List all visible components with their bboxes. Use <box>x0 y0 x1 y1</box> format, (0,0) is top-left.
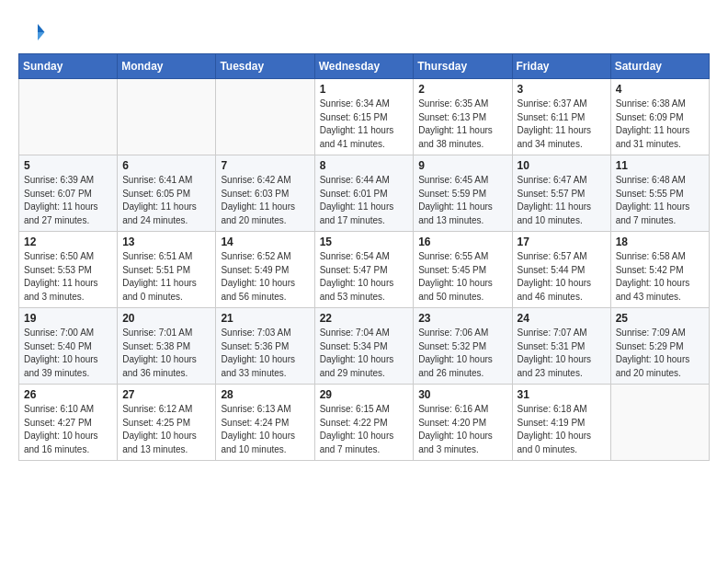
col-header-wednesday: Wednesday <box>314 54 414 79</box>
day-number: 21 <box>221 312 309 325</box>
day-info: Sunrise: 6:13 AM Sunset: 4:24 PM Dayligh… <box>221 403 309 456</box>
day-info: Sunrise: 6:52 AM Sunset: 5:49 PM Dayligh… <box>221 250 309 304</box>
day-number: 4 <box>616 83 704 96</box>
day-number: 31 <box>518 388 606 401</box>
day-info: Sunrise: 6:15 AM Sunset: 4:22 PM Dayligh… <box>320 403 409 456</box>
day-info: Sunrise: 7:00 AM Sunset: 5:40 PM Dayligh… <box>24 327 112 380</box>
day-number: 1 <box>320 83 409 96</box>
week-row-5: 26Sunrise: 6:10 AM Sunset: 4:27 PM Dayli… <box>19 385 710 461</box>
day-info: Sunrise: 6:54 AM Sunset: 5:47 PM Dayligh… <box>320 250 409 304</box>
day-info: Sunrise: 6:39 AM Sunset: 6:07 PM Dayligh… <box>24 174 112 227</box>
day-cell: 20Sunrise: 7:01 AM Sunset: 5:38 PM Dayli… <box>118 308 216 385</box>
day-cell: 28Sunrise: 6:13 AM Sunset: 4:24 PM Dayli… <box>216 385 314 461</box>
day-cell: 31Sunrise: 6:18 AM Sunset: 4:19 PM Dayli… <box>512 385 610 461</box>
day-info: Sunrise: 6:58 AM Sunset: 5:42 PM Dayligh… <box>616 250 704 304</box>
day-number: 28 <box>221 388 309 401</box>
day-number: 14 <box>221 236 309 248</box>
logo <box>18 18 50 46</box>
day-info: Sunrise: 6:42 AM Sunset: 6:03 PM Dayligh… <box>221 174 309 227</box>
day-number: 20 <box>122 312 210 325</box>
day-number: 12 <box>24 236 112 248</box>
day-number: 17 <box>518 236 606 248</box>
day-info: Sunrise: 6:47 AM Sunset: 5:57 PM Dayligh… <box>518 174 606 227</box>
col-header-thursday: Thursday <box>414 54 512 79</box>
day-info: Sunrise: 7:01 AM Sunset: 5:38 PM Dayligh… <box>122 327 210 380</box>
day-info: Sunrise: 6:50 AM Sunset: 5:53 PM Dayligh… <box>24 250 112 304</box>
day-cell: 9Sunrise: 6:45 AM Sunset: 5:59 PM Daylig… <box>414 155 512 232</box>
day-cell: 29Sunrise: 6:15 AM Sunset: 4:22 PM Dayli… <box>314 385 414 461</box>
day-info: Sunrise: 6:16 AM Sunset: 4:20 PM Dayligh… <box>418 403 506 456</box>
day-cell: 8Sunrise: 6:44 AM Sunset: 6:01 PM Daylig… <box>314 155 414 232</box>
day-number: 30 <box>418 388 506 401</box>
day-number: 10 <box>518 159 606 172</box>
day-info: Sunrise: 6:18 AM Sunset: 4:19 PM Dayligh… <box>518 403 606 456</box>
day-info: Sunrise: 6:44 AM Sunset: 6:01 PM Dayligh… <box>320 174 409 227</box>
col-header-monday: Monday <box>118 54 216 79</box>
day-cell <box>216 79 314 155</box>
day-number: 7 <box>221 159 309 172</box>
day-number: 19 <box>24 312 112 325</box>
day-cell <box>19 79 118 155</box>
day-cell: 30Sunrise: 6:16 AM Sunset: 4:20 PM Dayli… <box>414 385 512 461</box>
day-info: Sunrise: 7:09 AM Sunset: 5:29 PM Dayligh… <box>616 327 704 380</box>
day-cell: 3Sunrise: 6:37 AM Sunset: 6:11 PM Daylig… <box>512 79 610 155</box>
day-number: 16 <box>418 236 506 248</box>
week-row-2: 5Sunrise: 6:39 AM Sunset: 6:07 PM Daylig… <box>19 155 710 232</box>
day-cell: 26Sunrise: 6:10 AM Sunset: 4:27 PM Dayli… <box>19 385 118 461</box>
day-cell: 16Sunrise: 6:55 AM Sunset: 5:45 PM Dayli… <box>414 232 512 308</box>
day-info: Sunrise: 7:07 AM Sunset: 5:31 PM Dayligh… <box>518 327 606 380</box>
day-cell: 10Sunrise: 6:47 AM Sunset: 5:57 PM Dayli… <box>512 155 610 232</box>
week-row-4: 19Sunrise: 7:00 AM Sunset: 5:40 PM Dayli… <box>19 308 710 385</box>
day-number: 15 <box>320 236 409 248</box>
day-cell: 27Sunrise: 6:12 AM Sunset: 4:25 PM Dayli… <box>118 385 216 461</box>
day-info: Sunrise: 6:45 AM Sunset: 5:59 PM Dayligh… <box>418 174 506 227</box>
day-number: 5 <box>24 159 112 172</box>
day-cell <box>610 385 709 461</box>
week-row-1: 1Sunrise: 6:34 AM Sunset: 6:15 PM Daylig… <box>19 79 710 155</box>
col-header-friday: Friday <box>512 54 610 79</box>
day-cell: 7Sunrise: 6:42 AM Sunset: 6:03 PM Daylig… <box>216 155 314 232</box>
day-number: 2 <box>418 83 506 96</box>
day-cell: 19Sunrise: 7:00 AM Sunset: 5:40 PM Dayli… <box>19 308 118 385</box>
day-number: 26 <box>24 388 112 401</box>
day-cell: 4Sunrise: 6:38 AM Sunset: 6:09 PM Daylig… <box>610 79 709 155</box>
col-header-sunday: Sunday <box>19 54 118 79</box>
day-info: Sunrise: 6:55 AM Sunset: 5:45 PM Dayligh… <box>418 250 506 304</box>
day-info: Sunrise: 6:51 AM Sunset: 5:51 PM Dayligh… <box>122 250 210 304</box>
page: SundayMondayTuesdayWednesdayThursdayFrid… <box>0 0 728 470</box>
day-cell: 17Sunrise: 6:57 AM Sunset: 5:44 PM Dayli… <box>512 232 610 308</box>
svg-marker-1 <box>38 32 45 40</box>
day-cell: 21Sunrise: 7:03 AM Sunset: 5:36 PM Dayli… <box>216 308 314 385</box>
day-cell: 14Sunrise: 6:52 AM Sunset: 5:49 PM Dayli… <box>216 232 314 308</box>
day-cell: 23Sunrise: 7:06 AM Sunset: 5:32 PM Dayli… <box>414 308 512 385</box>
day-number: 27 <box>122 388 210 401</box>
col-header-saturday: Saturday <box>610 54 709 79</box>
day-info: Sunrise: 6:48 AM Sunset: 5:55 PM Dayligh… <box>616 174 704 227</box>
col-header-tuesday: Tuesday <box>216 54 314 79</box>
day-number: 23 <box>418 312 506 325</box>
week-row-3: 12Sunrise: 6:50 AM Sunset: 5:53 PM Dayli… <box>19 232 710 308</box>
calendar-table: SundayMondayTuesdayWednesdayThursdayFrid… <box>18 53 710 461</box>
day-cell <box>118 79 216 155</box>
day-number: 6 <box>122 159 210 172</box>
day-cell: 6Sunrise: 6:41 AM Sunset: 6:05 PM Daylig… <box>118 155 216 232</box>
day-number: 29 <box>320 388 409 401</box>
day-number: 9 <box>418 159 506 172</box>
day-number: 25 <box>616 312 704 325</box>
day-info: Sunrise: 6:35 AM Sunset: 6:13 PM Dayligh… <box>418 98 506 151</box>
day-cell: 12Sunrise: 6:50 AM Sunset: 5:53 PM Dayli… <box>19 232 118 308</box>
logo-icon <box>18 18 46 46</box>
day-info: Sunrise: 6:38 AM Sunset: 6:09 PM Dayligh… <box>616 98 704 151</box>
day-info: Sunrise: 7:03 AM Sunset: 5:36 PM Dayligh… <box>221 327 309 380</box>
day-info: Sunrise: 6:34 AM Sunset: 6:15 PM Dayligh… <box>320 98 409 151</box>
day-cell: 5Sunrise: 6:39 AM Sunset: 6:07 PM Daylig… <box>19 155 118 232</box>
day-info: Sunrise: 7:04 AM Sunset: 5:34 PM Dayligh… <box>320 327 409 380</box>
svg-marker-0 <box>38 24 45 32</box>
header <box>18 18 710 46</box>
day-cell: 22Sunrise: 7:04 AM Sunset: 5:34 PM Dayli… <box>314 308 414 385</box>
day-info: Sunrise: 6:12 AM Sunset: 4:25 PM Dayligh… <box>122 403 210 456</box>
day-info: Sunrise: 6:57 AM Sunset: 5:44 PM Dayligh… <box>518 250 606 304</box>
day-cell: 24Sunrise: 7:07 AM Sunset: 5:31 PM Dayli… <box>512 308 610 385</box>
day-cell: 2Sunrise: 6:35 AM Sunset: 6:13 PM Daylig… <box>414 79 512 155</box>
day-number: 11 <box>616 159 704 172</box>
